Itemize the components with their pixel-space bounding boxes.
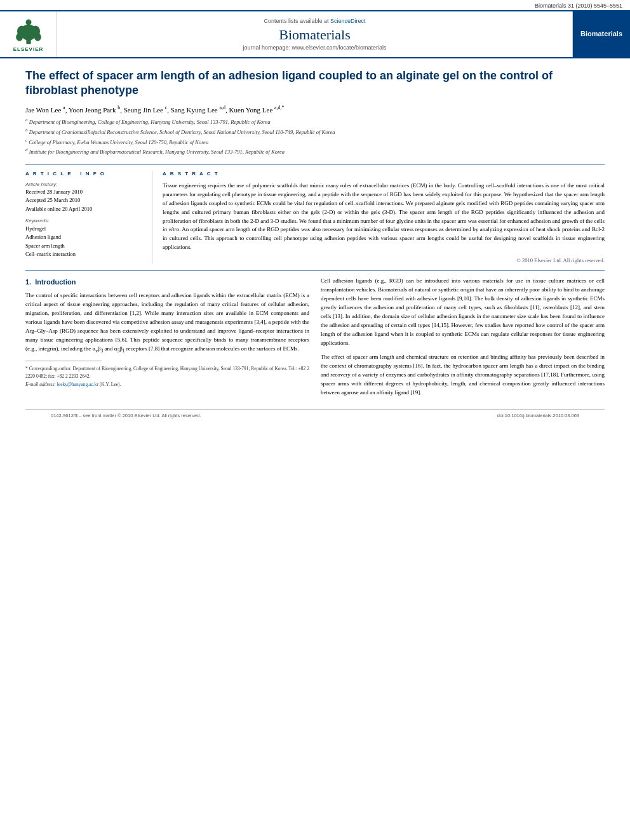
copyright-line: © 2010 Elsevier Ltd. All rights reserved…: [163, 257, 605, 263]
intro-para-1: The control of specific interactions bet…: [25, 291, 309, 354]
sciencedirect-link[interactable]: ScienceDirect: [330, 18, 366, 24]
footnote-email: E-mail address: leeky@hanyang.ac.kr (K.Y…: [25, 381, 309, 388]
intro-col-left: 1. Introduction The control of specific …: [25, 277, 309, 402]
available-date: Available online 20 April 2010: [25, 205, 144, 214]
issn-text: 0142-9612/$ – see front matter © 2010 El…: [51, 413, 201, 418]
keyword-4: Cell–matrix interaction: [25, 250, 144, 259]
footnote-corresponding: * Corresponding author. Department of Bi…: [25, 365, 309, 380]
affiliation-a: a Department of Bioengineering, College …: [25, 117, 605, 126]
intro-col-right: Cell adhesion ligands (e.g., RGD) can be…: [321, 277, 605, 402]
email-link[interactable]: leeky@hanyang.ac.kr: [57, 382, 98, 387]
article-title: The effect of spacer arm length of an ad…: [25, 69, 605, 98]
journal-header-center: Contents lists available at ScienceDirec…: [57, 11, 573, 57]
elsevier-logo: ELSEVIER: [10, 17, 48, 52]
article-info: A R T I C L E I N F O Article history: R…: [25, 171, 152, 264]
footnote-divider: [25, 361, 102, 361]
section-divider: [25, 270, 605, 270]
badge-title: Biomaterials: [580, 29, 622, 39]
abstract-section: A B S T R A C T Tissue engineering requi…: [163, 171, 605, 264]
abstract-text: Tissue engineering requires the use of p…: [163, 182, 605, 253]
received-date: Received 28 January 2010: [25, 188, 144, 197]
citation-text: Biomaterials 31 (2010) 5545–5551: [535, 3, 622, 9]
intro-para-right-1: Cell adhesion ligands (e.g., RGD) can be…: [321, 277, 605, 348]
elsevier-tree-icon: [10, 17, 48, 45]
keywords-label: Keywords:: [25, 218, 144, 223]
svg-point-5: [34, 33, 41, 41]
footnotes: * Corresponding author. Department of Bi…: [25, 365, 309, 388]
affiliation-d: d Institute for Bioengineering and Bioph…: [25, 147, 605, 156]
journal-header: ELSEVIER Contents lists available at Sci…: [0, 10, 630, 58]
intro-heading: 1. Introduction: [25, 277, 309, 288]
journal-badge: Biomaterials: [573, 11, 630, 57]
article-info-heading: A R T I C L E I N F O: [25, 171, 144, 177]
page-wrapper: Biomaterials 31 (2010) 5545–5551: [0, 0, 630, 840]
elsevier-text: ELSEVIER: [13, 46, 44, 52]
info-abstract-section: A R T I C L E I N F O Article history: R…: [25, 164, 605, 264]
elsevier-logo-area: ELSEVIER: [0, 11, 57, 57]
abstract-paragraph: Tissue engineering requires the use of p…: [163, 182, 605, 253]
affiliations: a Department of Bioengineering, College …: [25, 117, 605, 156]
article-dates: Received 28 January 2010 Accepted 25 Mar…: [25, 188, 144, 214]
doi-text: doi:10.1016/j.biomaterials.2010.03.063: [497, 413, 579, 418]
article-content: The effect of spacer arm length of an ad…: [0, 58, 630, 431]
affiliation-b: b Department of Craniomaxillofacial Reco…: [25, 127, 605, 137]
keyword-2: Adhesion ligand: [25, 233, 144, 242]
intro-para-right-2: The effect of spacer arm length and chem…: [321, 353, 605, 397]
biomaterials-badge-text: Biomaterials: [577, 25, 626, 43]
svg-point-6: [25, 20, 31, 25]
introduction-section: 1. Introduction The control of specific …: [25, 277, 605, 402]
abstract-heading: A B S T R A C T: [163, 171, 605, 177]
journal-title: Biomaterials: [279, 27, 350, 43]
keyword-3: Spacer arm length: [25, 242, 144, 251]
accepted-date: Accepted 25 March 2010: [25, 196, 144, 205]
keywords-list: Hydrogel Adhesion ligand Spacer arm leng…: [25, 225, 144, 259]
homepage-line: journal homepage: www.elsevier.com/locat…: [243, 44, 386, 51]
history-label: Article history:: [25, 182, 144, 187]
bottom-bar: 0142-9612/$ – see front matter © 2010 El…: [25, 410, 605, 421]
contents-line: Contents lists available at ScienceDirec…: [264, 18, 365, 24]
keyword-1: Hydrogel: [25, 225, 144, 234]
authors-line: Jae Won Lee a, Yoon Jeong Park b, Seung …: [25, 105, 605, 114]
journal-citation: Biomaterials 31 (2010) 5545–5551: [0, 0, 630, 10]
affiliation-c: c College of Pharmacy, Ewha Womans Unive…: [25, 137, 605, 147]
svg-point-4: [16, 33, 23, 41]
